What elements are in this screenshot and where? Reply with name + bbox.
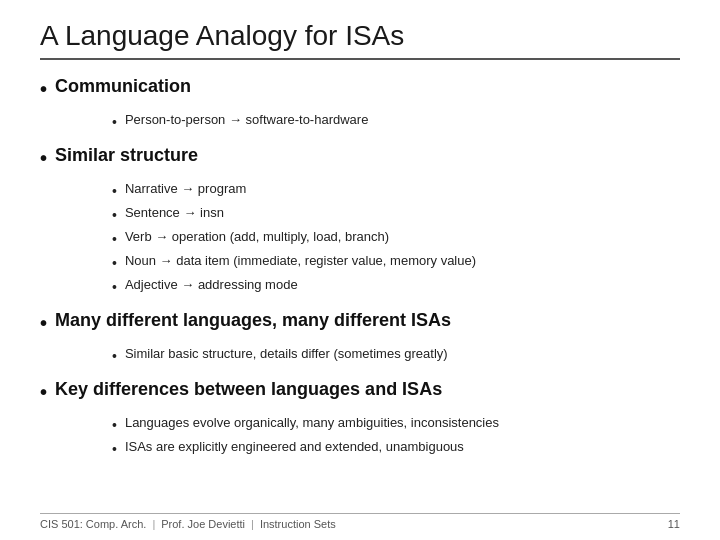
footer-divider-2: | xyxy=(251,518,254,530)
footer-topic: Instruction Sets xyxy=(260,518,336,530)
list-item: • Similar basic structure, details diffe… xyxy=(112,346,680,367)
slide-title: A Language Analogy for ISAs xyxy=(40,20,680,60)
bullet-dot-1: • xyxy=(40,76,47,102)
section-2-label: Similar structure xyxy=(55,145,198,166)
section-3-label: Many different languages, many different… xyxy=(55,310,451,331)
section-3-subs: • Similar basic structure, details diffe… xyxy=(76,344,680,367)
sub-text: ISAs are explicitly engineered and exten… xyxy=(125,439,464,454)
bullet-dot-2: • xyxy=(40,145,47,171)
sub-dot: • xyxy=(112,277,117,298)
list-item: • Noun → data item (immediate, register … xyxy=(112,253,680,274)
sub-dot: • xyxy=(112,205,117,226)
list-item: • Adjective → addressing mode xyxy=(112,277,680,298)
sub-text: Narrative → program xyxy=(125,181,246,196)
section-1-label: Communication xyxy=(55,76,191,97)
section-4-label: Key differences between languages and IS… xyxy=(55,379,442,400)
slide-footer: CIS 501: Comp. Arch. | Prof. Joe Deviett… xyxy=(40,513,680,530)
list-item: • Narrative → program xyxy=(112,181,680,202)
section-1-subs: • Person-to-person → software-to-hardwar… xyxy=(76,110,680,133)
sub-text: Sentence → insn xyxy=(125,205,224,220)
sub-text: Person-to-person → software-to-hardware xyxy=(125,112,369,127)
sub-text: Languages evolve organically, many ambig… xyxy=(125,415,499,430)
section-key: • Key differences between languages and … xyxy=(40,379,680,405)
sub-dot: • xyxy=(112,346,117,367)
bullet-dot-3: • xyxy=(40,310,47,336)
section-4-subs: • Languages evolve organically, many amb… xyxy=(76,413,680,460)
bullet-dot-4: • xyxy=(40,379,47,405)
slide-content: • Communication • Person-to-person → sof… xyxy=(40,72,680,513)
sub-dot: • xyxy=(112,439,117,460)
slide: A Language Analogy for ISAs • Communicat… xyxy=(0,0,720,540)
footer-page: 11 xyxy=(668,518,680,530)
list-item: • Verb → operation (add, multiply, load,… xyxy=(112,229,680,250)
sub-dot: • xyxy=(112,112,117,133)
sub-text: Adjective → addressing mode xyxy=(125,277,298,292)
section-2-subs: • Narrative → program • Sentence → insn … xyxy=(76,179,680,298)
list-item: • ISAs are explicitly engineered and ext… xyxy=(112,439,680,460)
section-many: • Many different languages, many differe… xyxy=(40,310,680,336)
sub-dot: • xyxy=(112,181,117,202)
footer-course: CIS 501: Comp. Arch. xyxy=(40,518,146,530)
sub-text: Noun → data item (immediate, register va… xyxy=(125,253,476,268)
sub-dot: • xyxy=(112,415,117,436)
section-communication: • Communication xyxy=(40,76,680,102)
list-item: • Sentence → insn xyxy=(112,205,680,226)
list-item: • Languages evolve organically, many amb… xyxy=(112,415,680,436)
sub-dot: • xyxy=(112,253,117,274)
section-similar: • Similar structure xyxy=(40,145,680,171)
footer-professor: Prof. Joe Devietti xyxy=(161,518,245,530)
sub-dot: • xyxy=(112,229,117,250)
footer-divider-1: | xyxy=(152,518,155,530)
list-item: • Person-to-person → software-to-hardwar… xyxy=(112,112,680,133)
sub-text: Verb → operation (add, multiply, load, b… xyxy=(125,229,389,244)
sub-text: Similar basic structure, details differ … xyxy=(125,346,448,361)
